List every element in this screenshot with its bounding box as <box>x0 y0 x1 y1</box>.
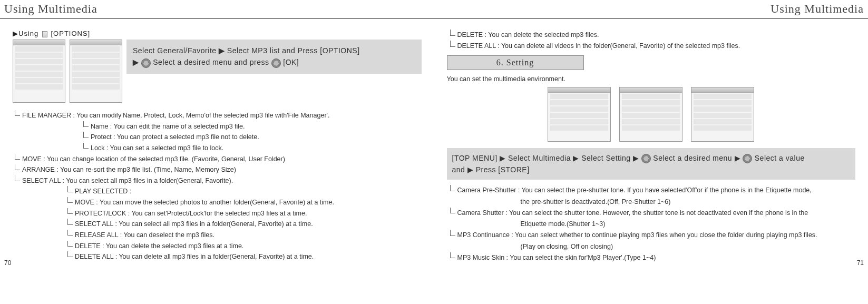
phone-screen-thumb <box>691 87 754 142</box>
tree-sa-selectall: SELECT ALL : You can select all mp3 file… <box>65 219 422 230</box>
using-prefix: ▶Using <box>13 30 38 37</box>
setting-camera-pre-shutter-cont: the pre-shutter is deactivated.(Off, Pre… <box>447 197 856 208</box>
setting-tree: Camera Pre-Shutter : You can select the … <box>447 185 856 263</box>
using-options-label: ▶Using [OPTIONS] <box>13 30 422 37</box>
setting-camera-pre-shutter: Camera Pre-Shutter : You can select the … <box>447 185 856 196</box>
header-right-title: Using Multimedia <box>434 0 869 18</box>
tree-fm-lock: Lock : You can set a selected mp3 file t… <box>81 143 422 154</box>
arrow-icon: ▶ <box>735 154 743 162</box>
setting-instruction-bar: [TOP MENU] ▶ Select Multimedia ▶ Select … <box>447 148 856 180</box>
tree-sa-delete: DELETE : You can delete the selected mp3… <box>65 241 422 252</box>
bar-topmenu: [TOP MENU] <box>452 154 498 162</box>
setting-mp3-continuance: MP3 Continuance : You can select whether… <box>447 230 856 241</box>
bar-select-menu: Select a desired menu <box>653 154 732 162</box>
tree-sa-deleteall: DELETE ALL : You can delete all mp3 file… <box>65 251 422 262</box>
left-page: ▶Using [OPTIONS] Select General/Favorite… <box>0 19 434 268</box>
bar-press: Press <box>476 165 496 174</box>
setting-camera-shutter-cont: Etiquette mode.(Shutter 1~3) <box>447 219 856 230</box>
tree-fm-protect: Protect : You can protect a selected mp3… <box>81 132 422 143</box>
softkey-icon <box>42 31 47 37</box>
nav-wheel-icon <box>641 154 651 163</box>
bar-select-multimedia: Select Multimedia <box>508 154 571 162</box>
screens-and-instruction: Select General/Favorite ▶ Select MP3 lis… <box>13 40 422 103</box>
instruction-box: Select General/Favorite ▶ Select MP3 lis… <box>126 40 422 74</box>
arrow-icon: ▶ <box>133 58 141 66</box>
setting-mp3-skin: MP3 Music Skin : You can select the skin… <box>447 252 856 263</box>
phone-screen-thumb <box>13 40 65 103</box>
arrow-icon: ▶ <box>219 46 227 55</box>
using-suffix: [OPTIONS] <box>51 30 91 37</box>
tree-arrange: ARRANGE : You can re-sort the mp3 file l… <box>13 164 422 175</box>
setting-screens <box>447 87 856 142</box>
phone-screen-thumb <box>548 87 611 142</box>
page-number-right: 71 <box>857 259 864 267</box>
arrow-icon: ▶ <box>467 165 476 174</box>
options-tree: FILE MANAGER : You can modify'Name, Prot… <box>13 110 422 262</box>
arrow-icon: ▶ <box>500 154 508 162</box>
nav-center-icon <box>271 58 281 68</box>
phone-screen-thumb <box>70 40 122 103</box>
arrow-icon: ▶ <box>573 154 581 162</box>
setting-heading: 6. Setting <box>447 55 584 70</box>
page-number-left: 70 <box>4 259 11 267</box>
setting-description: You can set the multimedia environment. <box>447 75 856 83</box>
header-left-title: Using Multimedia <box>0 0 434 18</box>
phone-screen-thumb <box>619 87 682 142</box>
tree-sa-move: MOVE : You can move the selected photos … <box>65 197 422 208</box>
page-header: Using Multimedia Using Multimedia <box>0 0 868 19</box>
instr-text: Select a desired menu and press <box>153 58 269 66</box>
instr-text: [OK] <box>283 58 299 66</box>
bar-store: [STORE] <box>498 165 529 174</box>
tree-select-all: SELECT ALL : You can select all mp3 file… <box>13 175 422 187</box>
instr-text: Select General/Favorite <box>133 46 217 55</box>
tree-sa-release: RELEASE ALL : You can deselect the mp3 f… <box>65 230 422 241</box>
tree-delete: DELETE : You can delete the selected mp3… <box>447 30 856 41</box>
bar-select-setting: Select Setting <box>581 154 630 162</box>
nav-wheel-icon <box>743 154 752 163</box>
instr-text: Select MP3 list and Press <box>227 46 318 55</box>
tree-fm-name: Name : You can edit the name of a select… <box>81 121 422 132</box>
tree-move: MOVE : You can change location of the se… <box>13 154 422 165</box>
bar-and: and <box>452 165 465 174</box>
instruction-line-1: Select General/Favorite ▶ Select MP3 lis… <box>133 45 415 56</box>
nav-wheel-icon <box>141 58 151 68</box>
setting-camera-shutter: Camera Shutter : You can select the shut… <box>447 208 856 219</box>
tree-delete-all: DELETE ALL : You can delete all videos i… <box>447 41 856 52</box>
instruction-line-2: ▶ Select a desired menu and press [OK] <box>133 56 415 68</box>
instr-text: [OPTIONS] <box>320 46 359 55</box>
right-page: DELETE : You can delete the selected mp3… <box>434 19 869 268</box>
setting-mp3-continuance-cont: (Play on closing, Off on closing) <box>447 241 856 252</box>
tree-sa-play: PLAY SELECTED : <box>65 186 422 197</box>
tree-file-manager: FILE MANAGER : You can modify'Name, Prot… <box>13 110 422 121</box>
arrow-icon: ▶ <box>633 154 641 162</box>
right-top-tree: DELETE : You can delete the selected mp3… <box>447 30 856 52</box>
bar-select-value: Select a value <box>755 154 805 162</box>
tree-sa-protect: PROTECT/LOCK : You can set'Protect/Lock'… <box>65 208 422 219</box>
